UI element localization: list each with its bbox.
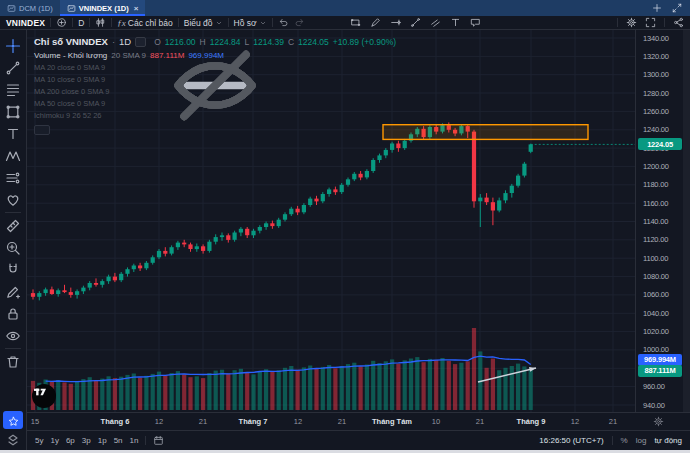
price-tick-label: 1180.00 xyxy=(643,180,668,189)
price-tick-label: 1280.00 xyxy=(643,89,669,98)
range-3m-button[interactable]: 3p xyxy=(82,436,91,445)
range-5y-button[interactable]: 5y xyxy=(35,436,43,445)
lock-all-icon[interactable] xyxy=(5,306,21,322)
drawing-toolbar xyxy=(0,30,27,450)
measure-icon[interactable] xyxy=(390,17,401,28)
profile-menu-button[interactable]: Hồ sơ xyxy=(234,18,267,28)
favorites-star-button[interactable] xyxy=(3,411,23,429)
chart-menu-label: Biểu đồ xyxy=(184,18,213,28)
zoom-in-icon[interactable] xyxy=(5,240,21,256)
crosshair-icon[interactable] xyxy=(5,38,21,54)
price-tick-label: 1260.00 xyxy=(643,107,669,116)
magnet-icon[interactable] xyxy=(5,262,21,278)
price-tick-label: 1160.00 xyxy=(643,199,668,208)
new-tab-plus-icon[interactable] xyxy=(652,3,662,13)
right-panel-strip xyxy=(683,30,690,412)
parallel-channel-icon[interactable] xyxy=(430,17,441,28)
trend-line-icon[interactable] xyxy=(410,17,421,28)
object-tree-icon[interactable] xyxy=(5,433,21,449)
price-tick-label: 1240.00 xyxy=(643,125,669,134)
fib-retracement-icon[interactable] xyxy=(5,82,21,98)
forecast-icon[interactable] xyxy=(5,170,21,186)
price-tick-label: 1040.00 xyxy=(643,309,669,318)
time-tick-label: 10 xyxy=(432,417,440,426)
time-tick-label: 12 xyxy=(571,417,579,426)
tab-label: VNINDEX (1D) xyxy=(79,4,129,13)
share-icon[interactable] xyxy=(673,17,684,28)
trend-line-icon[interactable] xyxy=(5,60,21,76)
fullscreen-icon[interactable] xyxy=(645,17,656,28)
percent-scale-button[interactable]: % xyxy=(621,436,628,445)
chart-tab-icon xyxy=(7,4,16,13)
undo-icon[interactable] xyxy=(278,17,289,28)
indicators-label: Các chỉ báo xyxy=(128,18,173,28)
price-tick-label: 1140.00 xyxy=(643,217,668,226)
price-tick-label: 1120.00 xyxy=(643,235,668,244)
price-tick-label: 1200.00 xyxy=(643,162,669,171)
last-price-badge: 1224.05 xyxy=(638,138,682,150)
caret-down-icon xyxy=(215,19,223,27)
text-tool-icon[interactable] xyxy=(450,17,461,28)
callout-icon[interactable] xyxy=(470,17,481,28)
hide-all-icon[interactable] xyxy=(5,328,21,344)
tab-vnindex[interactable]: VNINDEX (1D) × xyxy=(60,0,146,16)
price-tick-label: 1320.00 xyxy=(643,52,669,61)
trading-terminal: DCM (1D) VNINDEX (1D) × VNINDEX D ƒx Các… xyxy=(0,0,690,453)
tradingview-watermark xyxy=(32,384,56,408)
chart-tab-icon xyxy=(67,4,76,13)
price-tick-label: 1300.00 xyxy=(643,70,669,79)
tab-dcm[interactable]: DCM (1D) xyxy=(0,0,60,16)
time-tick-label: 21 xyxy=(476,417,484,426)
price-tick-label: 1080.00 xyxy=(643,272,669,281)
range-6m-button[interactable]: 6p xyxy=(66,436,75,445)
price-tick-label: 1340.00 xyxy=(643,34,669,43)
text-tool-icon[interactable] xyxy=(5,126,21,142)
xabcd-pattern-icon[interactable] xyxy=(5,148,21,164)
fx-icon: ƒx xyxy=(117,18,126,28)
time-tick-label: 15 xyxy=(31,417,39,426)
draw-lock-icon[interactable] xyxy=(5,284,21,300)
star-icon xyxy=(8,415,19,426)
range-1y-button[interactable]: 1y xyxy=(50,436,58,445)
auto-scale-button[interactable]: tự động xyxy=(654,436,682,445)
expand-icon[interactable] xyxy=(672,3,682,13)
tab-label: DCM (1D) xyxy=(19,4,53,13)
time-tick-label: Tháng Tám xyxy=(372,417,412,426)
time-tick-label: 12 xyxy=(155,417,163,426)
chart-menu-button[interactable]: Biểu đồ xyxy=(184,18,223,28)
rectangle-tool-icon[interactable] xyxy=(350,17,361,28)
clock[interactable]: 16:26:50 (UTC+7) xyxy=(539,436,603,445)
candles-icon[interactable] xyxy=(95,17,106,28)
time-tick-label: Tháng 9 xyxy=(517,417,546,426)
caret-down-icon xyxy=(259,19,267,27)
interval-button[interactable]: D xyxy=(78,18,84,28)
range-1m-button[interactable]: 1p xyxy=(98,436,107,445)
volume-badge: 887.111M xyxy=(638,365,682,377)
indicators-button[interactable]: ƒx Các chỉ báo xyxy=(117,18,172,28)
axis-settings-gear-icon[interactable] xyxy=(653,416,664,427)
log-scale-button[interactable]: log xyxy=(636,436,647,445)
close-icon[interactable]: × xyxy=(134,4,139,13)
settings-gear-icon[interactable] xyxy=(626,17,637,28)
symbol-button[interactable]: VNINDEX xyxy=(6,18,45,28)
heart-icon[interactable] xyxy=(5,192,21,208)
shapes-icon[interactable] xyxy=(5,104,21,120)
ruler-icon[interactable] xyxy=(5,218,21,234)
trash-icon[interactable] xyxy=(5,354,21,370)
main-toolbar: VNINDEX D ƒx Các chỉ báo Biểu đồ Hồ sơ xyxy=(0,16,690,30)
time-axis[interactable]: 15Tháng 61221Tháng 71221Tháng Tám1021Thá… xyxy=(27,412,690,430)
compare-plus-icon[interactable] xyxy=(56,17,67,28)
range-5d-button[interactable]: 5n xyxy=(114,436,123,445)
price-tick-label: 960.00 xyxy=(643,382,665,391)
price-axis[interactable]: 1224.05 969.994M 887.111M 940.00960.0098… xyxy=(635,30,683,412)
eye-off-icon[interactable] xyxy=(106,111,115,120)
profile-menu-label: Hồ sơ xyxy=(234,18,257,28)
chart-plot[interactable]: Chỉ số VNINDEX · 1D O1216.00 H1224.84 L1… xyxy=(27,30,635,412)
range-1d-button[interactable]: 1n xyxy=(130,436,139,445)
time-tick-label: 21 xyxy=(609,417,617,426)
price-tick-label: 1100.00 xyxy=(643,254,668,263)
redo-icon[interactable] xyxy=(294,17,305,28)
time-tick-label: 21 xyxy=(338,417,346,426)
calendar-icon[interactable] xyxy=(153,435,164,446)
brush-icon[interactable] xyxy=(370,17,381,28)
